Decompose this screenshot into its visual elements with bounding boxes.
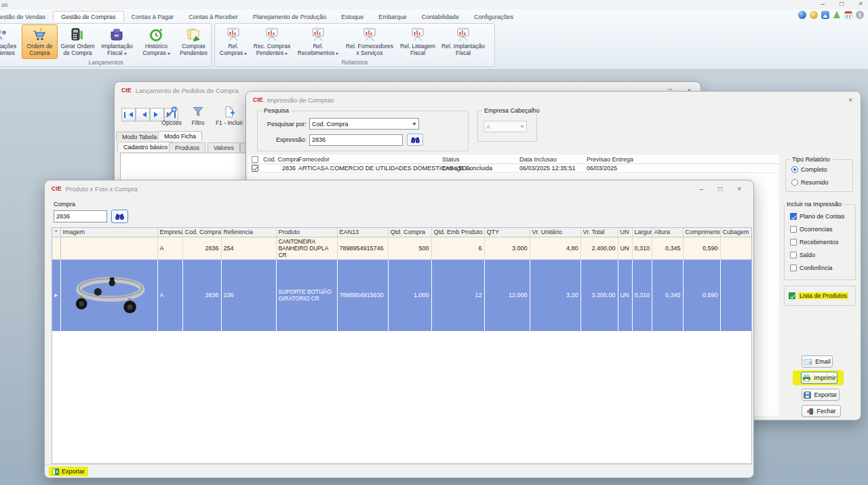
col-cod-compra[interactable]: Cod. Compra [182, 228, 221, 237]
col-comprimento[interactable]: Comprimento [683, 228, 720, 237]
table-header-row[interactable]: * Imagem Empresa Cod. Compra Referencia … [52, 228, 752, 237]
checkbox-saldo[interactable]: Saldo [790, 252, 815, 258]
app-minimize-button[interactable]: – [821, 0, 825, 7]
checkbox-conferencia[interactable]: Conferência [790, 265, 833, 271]
tab-gestao-de-vendas[interactable]: Gestão de Vendas [0, 12, 53, 22]
search-binoculars-button[interactable] [111, 210, 128, 223]
table-row-selected[interactable]: ▸ A [52, 259, 752, 331]
ribbon-button-gerar-ordem-de-compra[interactable]: Gerar Ordem de Compra [59, 24, 96, 59]
tab-configuracoes[interactable]: Configurações [467, 12, 521, 22]
report-chart-icon [264, 26, 280, 43]
dropdown-caret-icon [244, 53, 247, 56]
radio-resumido[interactable]: Resumido [791, 179, 829, 186]
opcoes-button[interactable]: Opcoes [158, 105, 185, 126]
col-produto[interactable]: Produto [276, 228, 337, 237]
compra-input[interactable]: 2836 [54, 210, 107, 222]
pesquisar-por-select[interactable]: Cod. Compra [309, 118, 419, 130]
maximize-button[interactable]: □ [718, 185, 722, 193]
col-imagem[interactable]: Imagem [60, 228, 157, 237]
dropdown-caret-icon [167, 53, 170, 56]
ribbon: Gestão de Vendas Gestão de Compras Conta… [0, 9, 868, 70]
tab-produtos[interactable]: Produtos [169, 142, 205, 152]
close-button[interactable]: × [848, 96, 852, 104]
email-button[interactable]: Email [802, 355, 833, 368]
search-binoculars-button[interactable] [407, 134, 423, 146]
col-ean13[interactable]: EAN13 [337, 228, 388, 237]
row-checkbox-checked[interactable] [252, 165, 258, 172]
col-empresa[interactable]: Empresa [157, 228, 182, 237]
minimize-button[interactable]: – [700, 185, 704, 193]
col-qty[interactable]: QTY [484, 228, 530, 237]
ribbon-button-rel-recebimentos[interactable]: Rel. Recebimentos [295, 24, 341, 59]
app-restore-button[interactable]: □ [840, 0, 844, 7]
tab-embarque[interactable]: Embarque [371, 12, 414, 22]
ribbon-button-historico-compras[interactable]: Histórico Compras [138, 24, 175, 59]
col-largura[interactable]: Largura [632, 228, 652, 237]
radio-resumido-label: Resumido [801, 179, 829, 186]
globe-icon[interactable] [798, 11, 806, 19]
col-referencia[interactable]: Referencia [221, 228, 276, 237]
previous-record-button[interactable] [136, 108, 150, 121]
ribbon-button-rel-listagem-fiscal[interactable]: Rel. Listagem Fiscal [398, 24, 437, 59]
tab-planejamento-de-producao[interactable]: Planejamento de Produção [245, 12, 334, 22]
col-vr-total[interactable]: Vr. Total [580, 228, 618, 237]
checkbox-recebimentos[interactable]: Recebimentos [790, 239, 839, 246]
filtro-button[interactable]: Filtro [186, 105, 210, 126]
col-altura[interactable]: Altura [652, 228, 683, 237]
tab-modo-tabela[interactable]: Modo Tabela [116, 132, 163, 141]
results-header-row[interactable]: Cod. Compra Fornecedor Status Data Inclu… [248, 155, 779, 164]
pesquisar-por-label: Pesquisar por: [262, 121, 309, 128]
exportar-bottom-button[interactable]: Exportar [49, 467, 88, 476]
ribbon-button-rel-fornecedores-x-servicos[interactable]: Rel. Fornecedores x Serviços [342, 24, 397, 59]
table-row[interactable]: A 2836 254 CANTONEIRA BANHEIRO DUPLA CR … [52, 237, 752, 259]
tab-gestao-de-compras[interactable]: Gestão de Compras [53, 11, 124, 22]
ribbon-button-implantacao-fiscal[interactable]: Implantação Fiscal [98, 24, 136, 59]
tab-cadastro-basico[interactable]: Cadastro básico [117, 142, 174, 151]
row-selector-current[interactable]: ▸ [52, 259, 60, 331]
tab-estoque[interactable]: Estoque [334, 12, 371, 22]
close-button[interactable]: × [737, 185, 741, 193]
tab-contabilidade[interactable]: Contabilidade [414, 12, 467, 22]
cell-un: UN [618, 259, 632, 331]
ribbon-button-ordem-de-compra[interactable]: Ordem de Compra [22, 24, 58, 59]
picture-icon[interactable] [821, 11, 829, 19]
checkbox-plano-de-contas[interactable]: Plano de Contas [790, 213, 845, 220]
key-icon[interactable] [810, 11, 818, 19]
col-cubagem[interactable]: Cubagem [720, 228, 752, 237]
exportar-button[interactable]: Exportar [802, 389, 840, 401]
f1-incluir-button[interactable]: F1 - Incluir [211, 105, 248, 126]
people-icon [0, 26, 9, 43]
ribbon-button-rel-compras[interactable]: Rel. Compras [218, 24, 249, 59]
ribbon-button-rel-implantacao-fiscal[interactable]: Rel. Implantação Fiscal [439, 24, 488, 59]
tree-icon[interactable] [833, 11, 841, 19]
row-selector[interactable] [52, 237, 60, 259]
ribbon-button-solicitacoes-pendentes[interactable]: Solicitações Pendentes [0, 24, 20, 59]
imprimir-button-label: Imprimir [814, 374, 836, 381]
window-titlebar[interactable]: CtE Impressão de Compras × [246, 92, 861, 108]
col-vr-unitario[interactable]: Vr. Unitário [530, 228, 580, 237]
results-row[interactable]: 2836 ARTICASA COMERCIO DE UTILIDADES DOM… [248, 164, 779, 173]
email-icon [804, 359, 812, 365]
col-un[interactable]: UN [618, 228, 632, 237]
checkbox-ocorrencias[interactable]: Ocorrencias [790, 226, 833, 233]
app-close-button[interactable]: × [859, 0, 863, 7]
radio-completo[interactable]: Completo [791, 166, 827, 173]
empresa-select[interactable]: A [484, 121, 527, 132]
col-qtd-emb-produto[interactable]: Qtd. Emb Produto [431, 228, 484, 237]
checkbox-lista-de-produtos[interactable]: Lista de Produtos [789, 292, 848, 299]
tab-contas-a-receber[interactable]: Contas à Receber [181, 12, 245, 22]
info-icon[interactable] [856, 11, 864, 19]
calendar-icon[interactable] [844, 11, 852, 19]
tab-contas-a-pagar[interactable]: Contas à Pagar [124, 12, 182, 22]
select-all-checkbox[interactable] [252, 156, 258, 163]
tab-valores[interactable]: Valores [208, 142, 240, 152]
window-titlebar[interactable]: CtE Produto x Foto x Compra – □ × [45, 180, 753, 197]
ribbon-button-rec-compras-pendentes[interactable]: Rec. Compras Pendentes [250, 24, 294, 59]
first-record-button[interactable] [121, 108, 136, 121]
imprimir-button[interactable]: Imprimir [801, 372, 837, 384]
ribbon-button-compras-pendentes[interactable]: Compras Pendentes [176, 24, 211, 59]
expressao-input[interactable]: 2836 [309, 134, 403, 146]
col-qtd-compra[interactable]: Qtd. Compra [388, 228, 431, 237]
tab-modo-ficha[interactable]: Modo Ficha [158, 131, 202, 140]
fechar-button[interactable]: Fechar [802, 405, 841, 417]
